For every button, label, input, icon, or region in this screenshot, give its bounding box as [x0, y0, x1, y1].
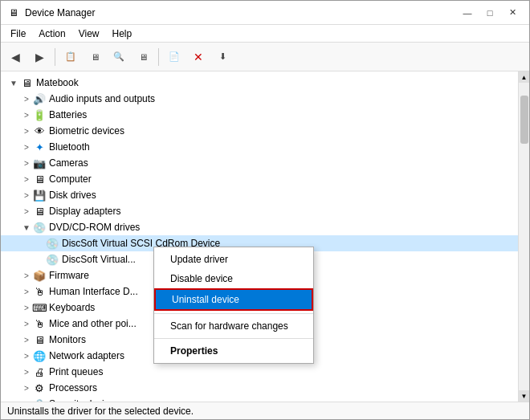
- ctx-scan[interactable]: Scan for hardware changes: [154, 316, 313, 336]
- status-text: Uninstalls the driver for the selected d…: [7, 406, 194, 417]
- toggle-firmware[interactable]: >: [20, 269, 33, 282]
- ctx-sep-2: [154, 338, 313, 339]
- toggle-print[interactable]: >: [20, 365, 33, 378]
- tree-security[interactable]: > 🔒 Security devices: [1, 396, 518, 402]
- scroll-down-btn[interactable]: ▼: [519, 390, 530, 402]
- keyboards-label: Keyboards: [49, 302, 95, 313]
- main-content: ▼ 🖥 Matebook > 🔊 Audio inputs and output…: [1, 71, 529, 402]
- network-label: Network adapters: [49, 350, 124, 361]
- app-icon: 🖥: [7, 6, 20, 19]
- cameras-icon: 📷: [33, 157, 46, 169]
- toggle-cameras[interactable]: >: [20, 157, 33, 169]
- firmware-label: Firmware: [49, 270, 89, 281]
- menu-view[interactable]: View: [72, 27, 106, 41]
- toggle-audio[interactable]: >: [20, 92, 33, 105]
- print-label: Print queues: [49, 366, 103, 377]
- toggle-disk[interactable]: >: [20, 189, 33, 202]
- minimize-button[interactable]: —: [457, 5, 478, 21]
- toggle-hid[interactable]: >: [20, 285, 33, 298]
- device-tree[interactable]: ▼ 🖥 Matebook > 🔊 Audio inputs and output…: [1, 71, 518, 402]
- batteries-label: Batteries: [49, 109, 87, 120]
- toolbar-sep-2: [158, 48, 159, 66]
- toggle-batteries[interactable]: >: [20, 108, 33, 121]
- ctx-update-driver[interactable]: Update driver: [154, 250, 313, 269]
- dvd-icon: 💿: [33, 221, 46, 234]
- tree-cameras[interactable]: > 📷 Cameras: [1, 155, 518, 171]
- toggle-mice[interactable]: >: [20, 317, 33, 330]
- tree-display[interactable]: > 🖥 Display adapters: [1, 203, 518, 219]
- tree-dvd[interactable]: ▼ 💿 DVD/CD-ROM drives: [1, 219, 518, 235]
- disk-label: Disk drives: [49, 190, 96, 201]
- bluetooth-label: Bluetooth: [49, 141, 90, 153]
- title-bar: 🖥 Device Manager — □ ✕: [1, 1, 529, 25]
- ctx-properties[interactable]: Properties: [154, 341, 313, 361]
- scrollbar-thumb[interactable]: [520, 96, 528, 144]
- toggle-display[interactable]: >: [20, 205, 33, 218]
- tree-computer[interactable]: > 🖥 Computer: [1, 171, 518, 187]
- discsoft-icon: 💿: [46, 237, 59, 250]
- audio-icon: 🔊: [33, 92, 46, 105]
- toolbar-uninstall[interactable]: ✕: [187, 46, 210, 68]
- tree-biometric[interactable]: > 👁 Biometric devices: [1, 123, 518, 139]
- biometric-label: Biometric devices: [49, 125, 124, 137]
- hid-label: Human Interface D...: [49, 286, 138, 297]
- toolbar-devices[interactable]: 🖥: [132, 46, 154, 68]
- toggle-processors[interactable]: >: [20, 381, 33, 394]
- processors-icon: ⚙: [33, 381, 46, 394]
- ctx-sep-1: [154, 313, 313, 314]
- toolbar-properties[interactable]: 📋: [59, 46, 82, 68]
- menu-action[interactable]: Action: [32, 27, 71, 41]
- maximize-button[interactable]: □: [479, 5, 500, 21]
- toolbar-back[interactable]: ◀: [4, 46, 26, 68]
- security-label: Security devices: [49, 398, 119, 402]
- dvd-label: DVD/CD-ROM drives: [49, 222, 140, 233]
- toggle-computer[interactable]: >: [20, 173, 33, 186]
- security-icon: 🔒: [33, 398, 46, 402]
- ctx-disable-device[interactable]: Disable device: [154, 269, 313, 288]
- ctx-uninstall-device[interactable]: Uninstall device: [154, 288, 313, 311]
- toggle-biometric[interactable]: >: [20, 124, 33, 137]
- root-label: Matebook: [36, 77, 79, 88]
- tree-root[interactable]: ▼ 🖥 Matebook: [1, 75, 518, 91]
- tree-audio[interactable]: > 🔊 Audio inputs and outputs: [1, 91, 518, 107]
- toolbar-sep-1: [55, 48, 55, 66]
- toggle-discsoft: [33, 237, 46, 250]
- display-icon: 🖥: [33, 205, 46, 218]
- tree-processors[interactable]: > ⚙ Processors: [1, 380, 518, 396]
- device-manager-window: 🖥 Device Manager — □ ✕ File Action View …: [0, 0, 530, 420]
- toggle-discsoft2: [33, 253, 46, 266]
- audio-label: Audio inputs and outputs: [49, 93, 155, 104]
- toolbar-scan[interactable]: 🔍: [108, 46, 130, 68]
- mice-label: Mice and other poi...: [49, 318, 137, 329]
- processors-label: Processors: [49, 382, 97, 393]
- toolbar-update[interactable]: 🖥: [84, 46, 106, 68]
- toggle-root[interactable]: ▼: [7, 76, 20, 89]
- toggle-network[interactable]: >: [20, 349, 33, 362]
- hid-icon: 🖱: [33, 285, 46, 298]
- tree-batteries[interactable]: > 🔋 Batteries: [1, 107, 518, 123]
- tree-bluetooth[interactable]: > ✦ Bluetooth: [1, 139, 518, 155]
- discsoft2-icon: 💿: [46, 253, 59, 266]
- tree-print[interactable]: > 🖨 Print queues: [1, 364, 518, 380]
- scroll-up-btn[interactable]: ▲: [519, 71, 530, 83]
- toggle-security[interactable]: >: [20, 398, 33, 402]
- tree-disk[interactable]: > 💾 Disk drives: [1, 187, 518, 203]
- toolbar-help[interactable]: 📄: [163, 46, 186, 68]
- toggle-dvd[interactable]: ▼: [20, 221, 33, 234]
- close-button[interactable]: ✕: [502, 5, 523, 21]
- toggle-monitors[interactable]: >: [20, 333, 33, 346]
- toggle-bluetooth[interactable]: >: [20, 141, 33, 153]
- disk-icon: 💾: [33, 189, 46, 202]
- toolbar-forward[interactable]: ▶: [28, 46, 51, 68]
- computer-icon: 🖥: [20, 76, 33, 89]
- menu-file[interactable]: File: [4, 27, 32, 41]
- window-controls: — □ ✕: [457, 5, 523, 21]
- toolbar-scan2[interactable]: ⬇: [211, 46, 234, 68]
- menu-help[interactable]: Help: [106, 27, 139, 41]
- context-menu: Update driver Disable device Uninstall d…: [153, 247, 314, 364]
- biometric-icon: 👁: [33, 124, 46, 137]
- keyboards-icon: ⌨: [33, 301, 46, 314]
- scrollbar[interactable]: ▲ ▼: [518, 71, 529, 402]
- bluetooth-icon: ✦: [33, 141, 46, 153]
- display-label: Display adapters: [49, 206, 120, 217]
